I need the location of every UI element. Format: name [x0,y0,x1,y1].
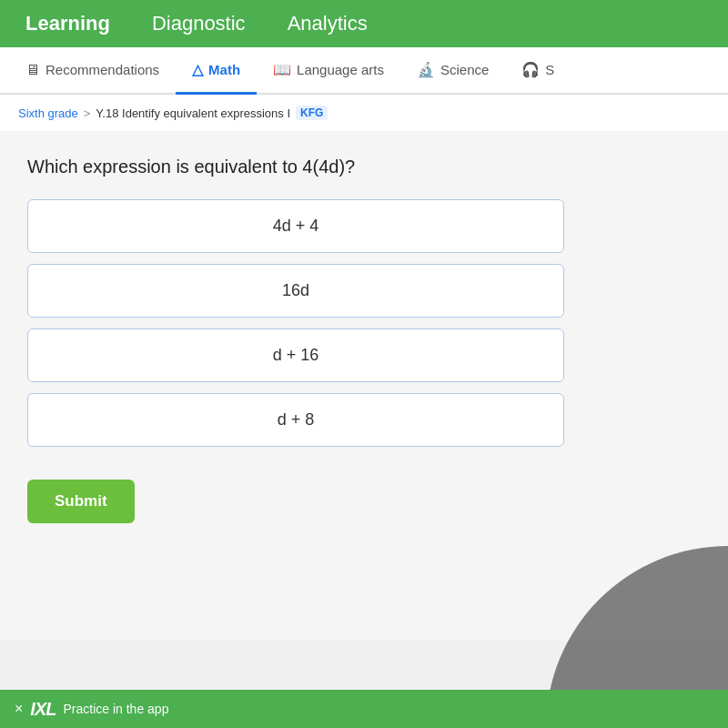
tab-recommendations-label: Recommendations [46,62,159,77]
breadcrumb-topic: Y.18 Identify equivalent expressions I [96,106,290,120]
bottom-bar-tagline: Practice in the app [63,702,168,716]
breadcrumb-separator: > [84,106,91,120]
main-content: Which expression is equivalent to 4(4d)?… [0,131,728,641]
tab-science[interactable]: 🔬 Science [400,47,505,95]
tab-language-arts-label: Language arts [297,62,384,77]
tab-social-studies[interactable]: 🎧 S [505,47,571,95]
tab-recommendations[interactable]: 🖥 Recommendations [9,47,176,95]
tab-math[interactable]: △ Math [176,47,257,95]
tab-social-studies-label: S [545,62,554,77]
top-nav: Learning Diagnostic Analytics [0,0,728,47]
recommendations-icon: 🖥 [25,62,40,78]
breadcrumb-grade[interactable]: Sixth grade [18,106,78,120]
math-icon: △ [192,61,203,78]
tab-math-label: Math [208,62,240,77]
submit-button[interactable]: Submit [27,480,135,523]
answer-option-3[interactable]: d + 16 [27,329,564,382]
breadcrumb-badge: KFG [296,106,328,120]
nav-learning[interactable]: Learning [18,8,117,39]
breadcrumb: Sixth grade > Y.18 Identify equivalent e… [0,95,728,131]
answer-option-4[interactable]: d + 8 [27,393,564,447]
tab-language-arts[interactable]: 📖 Language arts [257,47,400,95]
social-studies-icon: 🎧 [521,61,540,78]
ixl-logo: IXL [30,699,56,720]
close-button[interactable]: × [15,701,23,717]
question-text: Which expression is equivalent to 4(4d)? [27,157,701,177]
language-arts-icon: 📖 [273,61,291,78]
answer-option-1[interactable]: 4d + 4 [27,199,564,253]
nav-analytics[interactable]: Analytics [280,8,375,39]
bottom-bar: × IXL Practice in the app [0,690,728,728]
nav-diagnostic[interactable]: Diagnostic [145,8,253,39]
answer-option-2[interactable]: 16d [27,264,564,318]
tab-science-label: Science [440,62,489,77]
science-icon: 🔬 [417,61,435,78]
tab-bar: 🖥 Recommendations △ Math 📖 Language arts… [0,47,728,95]
